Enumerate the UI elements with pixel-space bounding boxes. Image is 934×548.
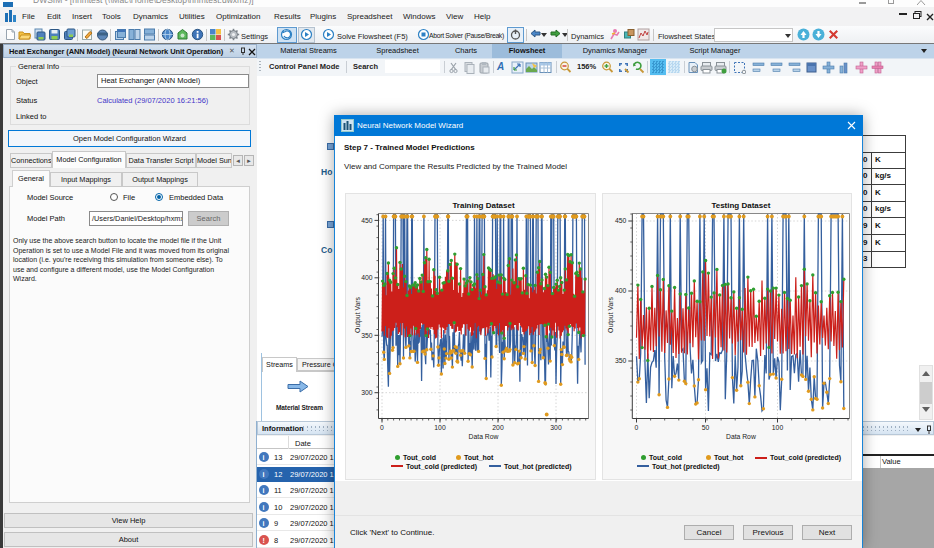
svg-text:200: 200 [492, 424, 504, 431]
svg-text:50: 50 [702, 424, 710, 431]
svg-text:300: 300 [361, 389, 373, 396]
svg-text:Output Vars: Output Vars [607, 297, 615, 333]
svg-text:100: 100 [434, 424, 446, 431]
svg-text:300: 300 [550, 424, 562, 431]
svg-text:350: 350 [615, 357, 627, 364]
svg-text:0: 0 [635, 424, 639, 431]
svg-text:100: 100 [772, 424, 784, 431]
svg-text:0: 0 [380, 424, 384, 431]
svg-text:400: 400 [615, 287, 627, 294]
svg-text:Output Vars: Output Vars [354, 297, 362, 333]
svg-text:450: 450 [615, 217, 627, 224]
svg-text:Data Row: Data Row [726, 433, 756, 440]
svg-text:Training Dataset: Training Dataset [452, 201, 515, 210]
svg-text:Data Row: Data Row [469, 433, 499, 440]
svg-text:350: 350 [361, 332, 373, 339]
svg-text:450: 450 [361, 217, 373, 224]
svg-text:400: 400 [361, 274, 373, 281]
svg-text:Testing Dataset: Testing Dataset [711, 201, 770, 210]
